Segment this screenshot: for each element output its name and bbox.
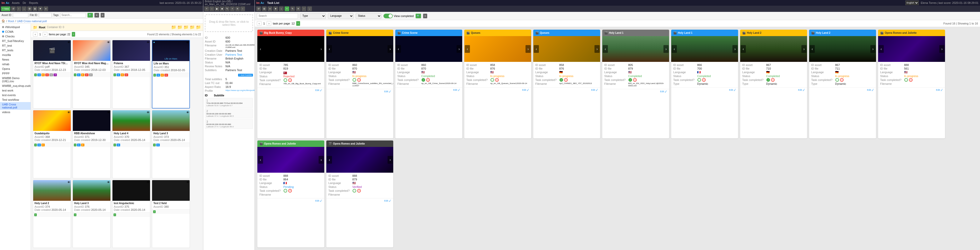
task-completed-circle[interactable]: ✓: [422, 78, 425, 82]
folder-icon-set2[interactable]: 📁: [177, 25, 183, 30]
folder-icon-set3[interactable]: 📁: [183, 25, 189, 30]
task-completed-circle2[interactable]: ✕: [288, 189, 292, 192]
breadcrumb-root[interactable]: Root: [8, 19, 14, 23]
upload-icon[interactable]: ↑: [240, 6, 245, 11]
sidebar-item-news[interactable]: News: [0, 57, 30, 62]
stop-icon[interactable]: ■: [220, 6, 224, 11]
eye-icon[interactable]: 👁: [186, 41, 189, 44]
task-completed-circle2[interactable]: ✕: [357, 78, 361, 82]
sidebar-item-uab[interactable]: UAB Cross national.poll: [0, 102, 30, 110]
edit-icon[interactable]: ✎: [225, 6, 229, 11]
prev-btn[interactable]: ‹: [465, 45, 470, 53]
task-completed-circle2[interactable]: ✕: [495, 78, 499, 82]
rt-refresh-icon[interactable]: ↺: [256, 6, 261, 11]
sidebar-item-test-workflow[interactable]: Test workflow: [0, 98, 30, 102]
next-btn[interactable]: ›: [595, 45, 600, 53]
eye-icon[interactable]: 👁: [186, 111, 189, 114]
action-btn-5[interactable]: M: [49, 74, 53, 76]
rt-upload-icon[interactable]: ↑: [302, 6, 306, 11]
task-completed-circle[interactable]: ✓: [767, 78, 770, 82]
eye-icon[interactable]: 👁: [147, 41, 150, 44]
edit-link[interactable]: Edit 🖊: [729, 89, 736, 91]
edit-link[interactable]: Edit 🖊: [522, 89, 529, 91]
task-completed-circle2[interactable]: ✕: [909, 78, 913, 82]
task-completed-circle2[interactable]: ✕: [771, 78, 775, 82]
task-completed-circle2[interactable]: ✕: [840, 78, 843, 82]
sidebar-item-checks[interactable]: Checks: [0, 34, 30, 38]
sidebar-item-videos[interactable]: videos: [0, 110, 30, 114]
next-btn[interactable]: ›: [802, 45, 807, 53]
folder-icon-set1[interactable]: 📁: [171, 25, 176, 30]
sidebar-item-rt-sub[interactable]: RT_SubTitlesKey: [0, 38, 30, 43]
upload-icon[interactable]: ↑: [16, 6, 21, 11]
sidebar-item-test-events[interactable]: test events: [0, 93, 30, 98]
settings-icon[interactable]: ⚙: [27, 6, 32, 11]
task-completed-circle2[interactable]: ✕: [633, 78, 637, 82]
prev-btn[interactable]: ‹: [603, 45, 608, 53]
page-next[interactable]: ›: [43, 32, 47, 37]
next-btn[interactable]: ›: [318, 45, 324, 53]
action-btn-2[interactable]: S: [77, 144, 80, 146]
zoom-in-icon[interactable]: +: [204, 6, 209, 11]
prev-btn[interactable]: ‹: [878, 45, 884, 53]
new-btn[interactable]: + New: [1, 6, 10, 11]
eye-icon[interactable]: 👁: [107, 111, 110, 114]
next-btn[interactable]: ›: [870, 45, 875, 53]
refresh-icon[interactable]: ↺: [11, 6, 16, 11]
prev-btn[interactable]: ‹: [327, 156, 332, 163]
task-page-prev[interactable]: ‹: [257, 21, 261, 26]
zoom-out-icon[interactable]: −: [210, 6, 214, 11]
task-completed-circle[interactable]: ○: [697, 78, 701, 82]
task-completed-circle[interactable]: ○: [490, 78, 494, 82]
action-btn-2[interactable]: S: [116, 74, 120, 76]
rt-list-icon[interactable]: ≡: [268, 6, 272, 11]
rt-download-icon[interactable]: ↓: [307, 6, 312, 11]
file-id-input[interactable]: [39, 13, 52, 18]
prev-btn[interactable]: ‹: [810, 45, 815, 53]
prev-btn[interactable]: ‹: [327, 45, 332, 53]
sidebar-item-mozilla[interactable]: mozilla: [0, 53, 30, 57]
task-completed-circle[interactable]: ○: [353, 78, 356, 82]
action-btn-2[interactable]: S: [77, 74, 80, 76]
nav-assets[interactable]: Assets: [11, 1, 21, 5]
breadcrumb-current[interactable]: UAB Cross national.poll: [17, 19, 46, 23]
action-btn-5[interactable]: M: [89, 74, 93, 76]
action-btn-2[interactable]: S: [156, 144, 159, 146]
next-btn[interactable]: ›: [663, 45, 668, 53]
next-btn[interactable]: ›: [318, 156, 324, 163]
action-btn-3[interactable]: E: [41, 74, 45, 76]
add-icon[interactable]: +: [230, 6, 235, 11]
action-btn-1[interactable]: I: [34, 213, 37, 216]
eye-icon[interactable]: 👁: [67, 181, 70, 184]
eye-icon[interactable]: 👁: [107, 181, 110, 184]
rt-filter-icon[interactable]: ▼: [273, 6, 278, 11]
prev-btn[interactable]: ‹: [258, 156, 263, 163]
task-completed-circle[interactable]: ○: [904, 78, 908, 82]
action-btn-6[interactable]: T: [54, 74, 57, 76]
edit-link[interactable]: Edit 🖊: [798, 89, 805, 91]
edit-link[interactable]: Edit 🖊: [591, 89, 598, 91]
eye-icon[interactable]: 👁: [67, 41, 70, 44]
action-btn-2[interactable]: S: [116, 144, 120, 146]
eye-icon[interactable]: 👁: [147, 111, 150, 114]
language-select[interactable]: English: [905, 0, 919, 5]
prev-btn[interactable]: ‹: [741, 45, 746, 53]
action-btn-1[interactable]: I: [153, 74, 156, 77]
edit-link[interactable]: Edit 🖊: [936, 89, 943, 91]
prev-btn[interactable]: ‹: [396, 45, 401, 53]
action-btn-4[interactable]: D: [164, 74, 168, 77]
view-icon[interactable]: ⊞: [33, 6, 37, 11]
edit-link[interactable]: Edit 🖊: [453, 89, 460, 91]
sidebar-item-rt-test[interactable]: RT_test: [0, 43, 30, 48]
action-btn-2[interactable]: S: [37, 74, 41, 76]
task-completed-circle[interactable]: ○: [283, 189, 287, 192]
delete-icon[interactable]: ✕: [235, 6, 240, 11]
download-icon[interactable]: ↓: [22, 6, 27, 11]
clear-btn[interactable]: ✕: [94, 13, 99, 18]
folder-icon-set4[interactable]: 📁: [190, 25, 195, 30]
eye-icon[interactable]: 👁: [186, 181, 189, 184]
add-subtitle-btn[interactable]: + Add Subtitle: [238, 74, 253, 77]
eye-icon[interactable]: 👁: [107, 41, 110, 44]
sidebar-item-wwbb-demo[interactable]: WWBB Demo (UIE).zou: [0, 76, 30, 83]
eye-icon[interactable]: 👁: [147, 181, 150, 184]
